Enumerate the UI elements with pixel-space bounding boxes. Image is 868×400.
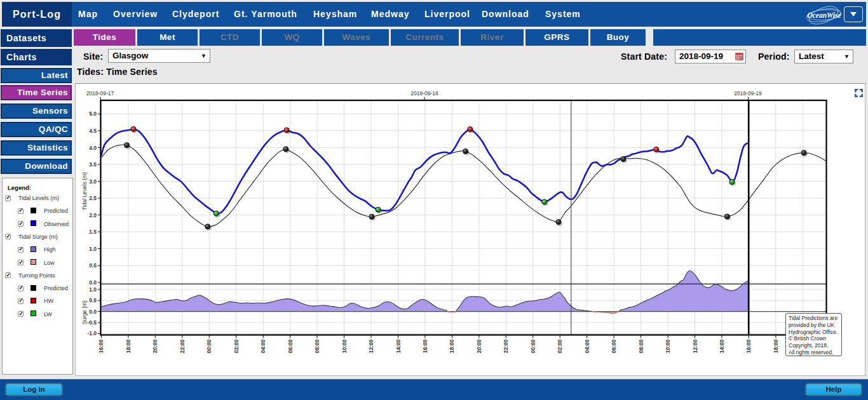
svg-text:10:00: 10:00 xyxy=(341,339,348,353)
svg-text:08:00: 08:00 xyxy=(314,339,320,353)
svg-text:1.5: 1.5 xyxy=(89,229,97,235)
svg-text:14:00: 14:00 xyxy=(719,339,725,353)
svg-text:2.0: 2.0 xyxy=(89,212,97,218)
svg-text:14:00: 14:00 xyxy=(395,339,402,353)
svg-text:06:00: 06:00 xyxy=(287,339,294,353)
svg-text:4.0: 4.0 xyxy=(89,145,97,151)
svg-text:0.5: 0.5 xyxy=(89,297,97,303)
svg-text:2018-09-18: 2018-09-18 xyxy=(410,90,438,97)
svg-text:0.0: 0.0 xyxy=(89,309,97,315)
svg-text:08:00: 08:00 xyxy=(638,339,644,353)
svg-text:02:00: 02:00 xyxy=(233,339,240,353)
svg-text:00:00: 00:00 xyxy=(206,339,212,353)
svg-text:3.0: 3.0 xyxy=(89,178,97,185)
svg-text:10:00: 10:00 xyxy=(665,339,671,353)
svg-text:2.5: 2.5 xyxy=(89,195,97,201)
svg-text:16:00: 16:00 xyxy=(98,339,104,353)
svg-text:12:00: 12:00 xyxy=(368,339,374,353)
svg-text:0.0: 0.0 xyxy=(89,279,97,286)
svg-text:0.5: 0.5 xyxy=(89,262,97,269)
svg-text:04:00: 04:00 xyxy=(260,339,266,353)
svg-text:22:00: 22:00 xyxy=(503,339,509,353)
svg-text:22:00: 22:00 xyxy=(179,339,186,353)
svg-text:OceanWise: OceanWise xyxy=(807,11,841,19)
svg-text:4.5: 4.5 xyxy=(89,128,97,134)
svg-text:16:00: 16:00 xyxy=(745,339,752,353)
svg-text:5.0: 5.0 xyxy=(89,110,97,117)
svg-text:18:00: 18:00 xyxy=(773,339,779,353)
svg-text:06:00: 06:00 xyxy=(611,339,617,353)
svg-text:16:00: 16:00 xyxy=(422,339,428,353)
svg-text:1.0: 1.0 xyxy=(89,246,97,252)
svg-text:-1.0: -1.0 xyxy=(87,330,97,337)
svg-text:Surge (m): Surge (m) xyxy=(81,300,88,324)
svg-text:1.0: 1.0 xyxy=(89,286,97,293)
svg-text:00:00: 00:00 xyxy=(530,339,536,353)
svg-text:20:00: 20:00 xyxy=(152,339,158,353)
svg-text:02:00: 02:00 xyxy=(557,339,563,353)
svg-text:3.5: 3.5 xyxy=(89,161,97,168)
svg-text:12:00: 12:00 xyxy=(692,339,698,353)
svg-text:20:00: 20:00 xyxy=(476,339,482,353)
svg-text:2018-09-17: 2018-09-17 xyxy=(86,90,114,97)
svg-text:18:00: 18:00 xyxy=(449,339,455,353)
svg-text:04:00: 04:00 xyxy=(584,339,590,353)
svg-text:-0.5: -0.5 xyxy=(87,319,97,326)
svg-text:18:00: 18:00 xyxy=(125,339,132,353)
svg-text:2018-09-19: 2018-09-19 xyxy=(734,90,762,97)
svg-text:Tidal Levels (m): Tidal Levels (m) xyxy=(81,172,88,210)
